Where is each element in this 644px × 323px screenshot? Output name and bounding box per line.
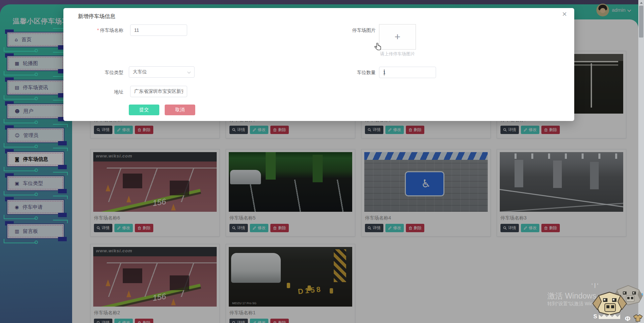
field-label-address: 地址 xyxy=(76,89,123,95)
mouse-cursor xyxy=(374,43,381,53)
pet-exclaim: '|' xyxy=(591,282,599,288)
select-value: 大车位 xyxy=(133,69,147,75)
parking-name-input[interactable] xyxy=(130,24,187,36)
app-window: 温馨小区停车场车辆管理系统 admin ⌂首页 ▦轮播图 ▤停车场资讯 ☻用户 … xyxy=(0,0,644,323)
scrollbar-thumb[interactable] xyxy=(639,6,643,38)
pet-phi: Φ xyxy=(625,315,630,322)
pet-shirt-icon xyxy=(634,315,642,321)
field-label-image: 停车场图片 xyxy=(329,27,376,34)
submit-button[interactable]: 提交 xyxy=(129,105,159,115)
plus-icon: + xyxy=(394,31,400,43)
field-label-count: 车位数量 xyxy=(329,70,376,76)
add-parking-modal: 新增停车场信息 × *停车场名称 停车场图片 + 请上传停车场图片 车位类型 大… xyxy=(63,8,574,121)
chevron-down-icon xyxy=(187,70,191,74)
field-label-name: *停车场名称 xyxy=(76,27,123,34)
text-caret xyxy=(384,69,384,75)
modal-title: 新增停车场信息 xyxy=(78,13,115,20)
desktop-pet-dogs[interactable]: '|' S Φ xyxy=(589,281,644,323)
cancel-button[interactable]: 取消 xyxy=(165,105,195,115)
close-icon[interactable]: × xyxy=(562,10,567,18)
address-input[interactable] xyxy=(130,86,187,97)
pet-s: S xyxy=(593,313,597,320)
space-count-input[interactable] xyxy=(379,67,436,78)
required-mark: * xyxy=(97,27,99,33)
field-label-type: 车位类型 xyxy=(76,70,123,76)
scrollbar-up-arrow[interactable] xyxy=(638,0,644,5)
scrollbar[interactable] xyxy=(638,0,644,323)
image-upload-box[interactable]: + xyxy=(379,24,416,50)
space-type-select[interactable]: 大车位 xyxy=(129,66,195,78)
